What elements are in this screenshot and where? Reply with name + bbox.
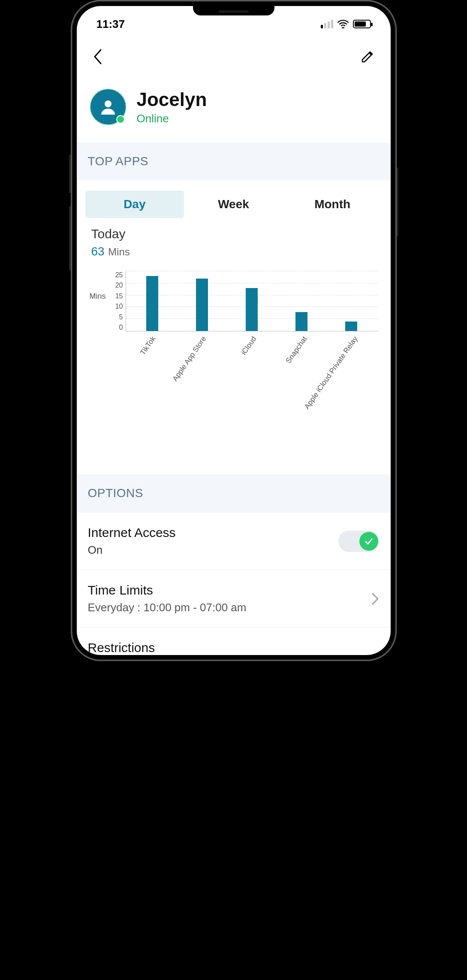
chart-bar (326, 271, 376, 331)
status-icons (321, 20, 371, 28)
chart-x-label: Snapchat (277, 331, 327, 417)
pencil-icon (360, 49, 375, 64)
chart-y-ticks: 25 20 15 10 5 0 (111, 271, 126, 331)
chart-bars (126, 271, 378, 331)
chart-x-label: Apple iCloud Private Relay (327, 331, 378, 417)
option-value: On (88, 543, 176, 557)
today-label: Today (91, 227, 376, 241)
side-button (397, 167, 398, 236)
svg-point-0 (105, 100, 111, 107)
cellular-signal-icon (321, 20, 333, 28)
section-options-header: OPTIONS (77, 474, 391, 512)
screen: 11:37 (77, 6, 391, 655)
status-time: 11:37 (96, 18, 125, 31)
chart-x-labels: TikTokApple App StoreiCloudSnapchatApple… (126, 331, 378, 417)
option-title: Time Limits (88, 583, 247, 598)
battery-icon (353, 20, 371, 28)
phone-frame: 11:37 (71, 0, 397, 661)
chart-x-label: iCloud (226, 331, 277, 417)
notch (193, 6, 274, 15)
chart-plot-area (126, 271, 378, 331)
back-button[interactable] (88, 46, 108, 67)
person-icon (99, 97, 118, 116)
ytick: 0 (111, 324, 123, 331)
check-icon (364, 537, 374, 546)
option-time-limits[interactable]: Time Limits Everyday : 10:00 pm - 07:00 … (77, 570, 391, 627)
toggle-knob (359, 532, 378, 551)
ytick: 5 (111, 313, 123, 321)
chart-x-label: TikTok (126, 331, 176, 417)
today-unit: Mins (108, 246, 130, 258)
option-restrictions[interactable]: Restrictions (77, 627, 391, 655)
chart-bar (128, 271, 178, 331)
option-internet-access[interactable]: Internet Access On (77, 512, 391, 570)
wifi-icon (337, 20, 349, 28)
chart-y-axis-label: Mins (90, 271, 111, 301)
top-apps-chart: Mins 25 20 15 10 5 0 (77, 258, 391, 443)
tab-day[interactable]: Day (85, 191, 184, 218)
today-summary: Today 63 Mins (77, 222, 391, 258)
profile-block: Jocelyn Online (77, 71, 391, 143)
chevron-right-icon (371, 592, 380, 606)
chart-bar (277, 271, 326, 331)
avatar[interactable] (90, 88, 127, 125)
chart-bar (227, 271, 277, 331)
ytick: 20 (111, 282, 123, 289)
side-button (69, 206, 71, 270)
internet-access-toggle[interactable] (338, 531, 380, 552)
profile-status: Online (137, 112, 207, 125)
section-top-apps-header: TOP APPS (77, 143, 391, 180)
chart-bar (177, 271, 227, 331)
online-indicator-icon (116, 115, 125, 124)
chart-x-label: Apple App Store (176, 331, 226, 417)
option-title: Internet Access (88, 525, 176, 540)
option-title: Restrictions (88, 640, 155, 655)
ytick: 15 (111, 292, 123, 300)
side-button (69, 155, 71, 193)
time-range-tabs: Day Week Month (77, 180, 391, 222)
tab-week[interactable]: Week (184, 191, 283, 218)
tab-month[interactable]: Month (283, 191, 382, 218)
edit-button[interactable] (357, 46, 378, 67)
option-value: Everyday : 10:00 pm - 07:00 am (88, 601, 247, 614)
chevron-left-icon (92, 48, 104, 65)
today-value: 63 Mins (91, 245, 376, 258)
profile-name: Jocelyn (137, 89, 207, 110)
ytick: 10 (111, 303, 123, 310)
ytick: 25 (111, 271, 123, 279)
app-header (77, 33, 391, 71)
today-minutes: 63 (91, 245, 105, 258)
